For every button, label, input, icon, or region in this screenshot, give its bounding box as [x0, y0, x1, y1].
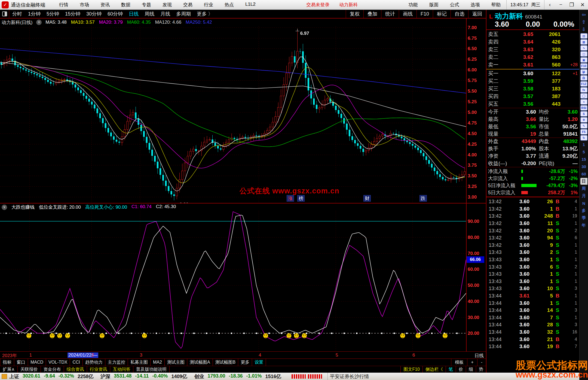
ext-button-图文F10[interactable]: 图文F10 [400, 366, 422, 373]
indicator-tab-主力监控[interactable]: 主力监控 [105, 359, 128, 366]
side-period-日[interactable]: 日 [580, 178, 587, 185]
indicator-tab-趋势动力[interactable]: 趋势动力 [83, 359, 105, 366]
tool-icon-F10[interactable]: F10 [580, 63, 587, 69]
menu-item-热点[interactable]: 热点 [219, 2, 240, 8]
chart-badge-财[interactable]: 财 [363, 195, 371, 202]
index-quote-沪深[interactable]: 沪深3531.48-14.11-0.40%1409亿 [100, 373, 187, 380]
ext-button-侧边栏《[interactable]: 侧边栏《 [422, 366, 446, 373]
indicator-tab-VOL-TDX[interactable]: VOL-TDX [46, 359, 70, 366]
tool-icon-≈[interactable]: ≈ [580, 99, 587, 105]
period-5分钟[interactable]: 5分钟 [44, 11, 62, 17]
period-1分钟[interactable]: 1分钟 [25, 11, 44, 17]
indicator-tab-更多[interactable]: 更多 [238, 359, 252, 366]
ext-button-笔[interactable]: 笔 [446, 366, 456, 373]
tick-row[interactable]: 13:423.601B1 [486, 205, 579, 213]
tick-list[interactable]: 13:423.6026B413:423.601B113:423.60248B19… [486, 197, 579, 350]
indicator-tab-指标[interactable]: 指标 [0, 359, 14, 366]
tick-row[interactable]: 13:433.6010S3 [486, 285, 579, 292]
tick-row[interactable]: 13:433.601S1 [486, 278, 579, 285]
menu-item-选项[interactable]: 选项 [465, 2, 486, 8]
ext-button-关联报价[interactable]: 关联报价 [18, 366, 41, 373]
toolbar-button-叠加[interactable]: 叠加 [363, 10, 381, 18]
tool-icon-▣[interactable]: ▣ [580, 57, 587, 63]
tab-action-+[interactable]: + [467, 359, 477, 366]
chart-badge-榜[interactable]: 榜 [297, 195, 305, 202]
tick-row[interactable]: 13:443.6014S3 [486, 307, 579, 314]
tool-icon-S[interactable]: S [580, 111, 587, 117]
menu-item-发现[interactable]: 发现 [157, 2, 177, 8]
indicator-tab-设置[interactable]: 设置 [252, 359, 266, 366]
tick-row[interactable]: 13:433.602S1 [486, 249, 579, 256]
oscillator-chart-canvas[interactable] [0, 211, 466, 352]
period-周线[interactable]: 周线 [142, 11, 157, 17]
toolbar-button-返回[interactable]: 返回 [468, 10, 486, 18]
order-book-row[interactable]: 卖四3.64426 [486, 38, 579, 46]
ext-button-价[interactable]: 价 [456, 366, 466, 373]
side-period-月[interactable]: 月 [580, 193, 588, 199]
tick-row[interactable]: 13:443.601S1 [486, 299, 579, 307]
tool-icon-✎[interactable]: ✎ [580, 123, 587, 129]
tool-icon-RSI[interactable]: RSI [580, 105, 587, 111]
candlestick-chart-canvas[interactable] [0, 26, 466, 203]
toolbar-button-画线[interactable]: 画线 [399, 10, 416, 18]
ext-button-细[interactable]: 细 [466, 366, 476, 373]
menu-item-市场[interactable]: 市场 [74, 2, 95, 8]
side-period-N[interactable]: N [580, 200, 588, 207]
tick-row[interactable]: 13:423.6020S2 [486, 227, 579, 234]
order-book-row[interactable]: 买三3.58183 [486, 85, 579, 93]
side-period-5[interactable]: 5 [580, 148, 588, 155]
tool-icon-✥[interactable]: ✥ [580, 117, 587, 123]
tool-icon-∿[interactable]: ∿ [580, 45, 587, 51]
tool-icon-◫[interactable]: ◫ [580, 51, 587, 57]
toolbar-button-F10[interactable]: F10 [416, 10, 433, 18]
order-book-row[interactable]: 卖一3.61560+28 [486, 61, 579, 69]
order-book-row[interactable]: 买一3.60122+1 [486, 70, 579, 77]
toolbar-button-标记[interactable]: 标记 [433, 10, 451, 18]
tick-row[interactable]: 13:443.6019B7 [486, 343, 579, 350]
indicator-tab-测试幅图B[interactable]: 测试幅图B [213, 359, 238, 366]
order-book-row[interactable]: 卖二3.62863 [486, 53, 579, 61]
nav-arrow-icon[interactable]: ⇦ [580, 11, 588, 18]
back-button[interactable]: ‹ [544, 2, 555, 8]
stock-name[interactable]: 动力新科 [495, 12, 523, 20]
tool-icon-↻[interactable]: ↻ [580, 135, 587, 141]
toolbar-button-统计[interactable]: 统计 [381, 10, 399, 18]
menu-item-行情[interactable]: 行情 [53, 2, 74, 8]
tick-row[interactable]: 13:443.6032S16 [486, 329, 579, 336]
menu-alert-动力新科[interactable]: 动力新科 [334, 2, 363, 8]
toolbar-button-自选[interactable]: 自选 [451, 10, 468, 18]
menu-item-版面[interactable]: 版面 [424, 2, 444, 8]
period-分时[interactable]: 分时 [9, 11, 25, 17]
ext-button-普及版功能说明[interactable]: 普及版功能说明 [133, 366, 170, 373]
indicator-tab-MA2[interactable]: MA2 [151, 359, 165, 366]
order-book-row[interactable]: 买五3.56443 [486, 100, 579, 108]
close-button[interactable]: ✕ [577, 2, 588, 8]
period-更多 〉[interactable]: 更多 〉 [194, 11, 216, 17]
index-quote-上证[interactable]: 上证3020.61-9.64-0.32%2258亿 [9, 373, 93, 380]
menu-item-公式[interactable]: 公式 [444, 2, 465, 8]
tick-row[interactable]: 13:443.6028S3 [486, 321, 579, 329]
tick-row[interactable]: 13:423.6094S6 [486, 234, 579, 242]
menu-item-帮助[interactable]: 帮助 [486, 2, 506, 8]
menu-item-行业[interactable]: 行业 [198, 2, 219, 8]
menu-item-数据[interactable]: 数据 [115, 2, 136, 8]
tab-action-模板[interactable]: 模板 [451, 359, 467, 366]
ext-button-扩展∧[interactable]: 扩展∧ [0, 366, 18, 373]
side-period-60[interactable]: 60 [580, 171, 588, 177]
tool-icon-▤[interactable]: ▤ [580, 33, 587, 39]
ext-button-综合资讯[interactable]: 综合资讯 [64, 366, 87, 373]
tick-row[interactable]: 13:423.6026B4 [486, 198, 579, 205]
tick-row[interactable]: 13:443.6021B4 [486, 336, 579, 343]
period-多周期[interactable]: 多周期 [173, 11, 194, 17]
ext-button-资金分布[interactable]: 资金分布 [41, 366, 64, 373]
layout-toggle-icon[interactable] [0, 10, 9, 18]
ext-button-势[interactable]: 势 [476, 366, 486, 373]
tick-row[interactable]: 13:433.606S2 [486, 263, 579, 270]
toolbar-button-复权[interactable]: 复权 [346, 10, 363, 18]
index-quote-创业[interactable]: 创业1793.00-18.36-1.01%1516亿 [194, 373, 281, 380]
menu-item-交易[interactable]: 交易 [177, 2, 198, 8]
ext-button-互动问答[interactable]: 互动问答 [110, 366, 133, 373]
tab-action--[interactable]: - [477, 359, 486, 366]
app-logo-icon[interactable]: ✓ [2, 1, 9, 8]
indicator-tab-窗口[interactable]: 窗口 [14, 359, 28, 366]
